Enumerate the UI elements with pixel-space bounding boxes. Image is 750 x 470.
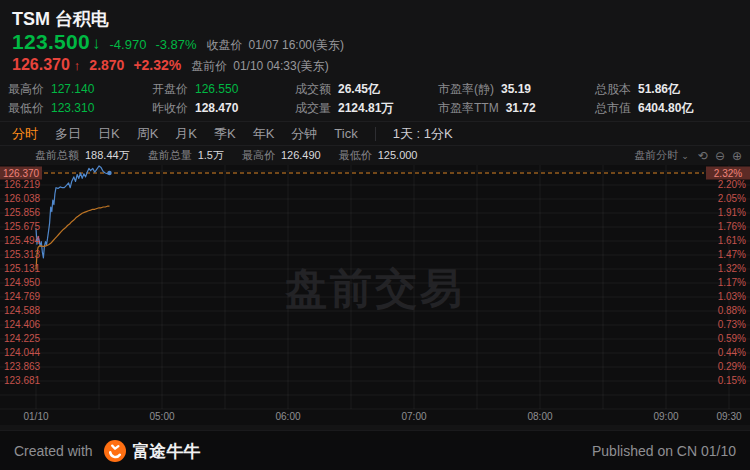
chart-info-label: 最高价: [242, 149, 275, 161]
chart-info-value: 126.490: [281, 149, 321, 161]
svg-text:123.681: 123.681: [4, 375, 41, 386]
stat-value: 6404.80亿: [638, 99, 693, 118]
stat-value: 35.19: [501, 80, 531, 99]
premarket-intraday-chart[interactable]: 盘前交易126.219126.038125.856125.675125.4941…: [0, 165, 750, 425]
footer: Created with 富途牛牛 Published on CN 01/10: [0, 430, 750, 470]
close-change-pct: -3.87%: [155, 37, 196, 52]
view-selector-dropdown[interactable]: 盘前分时⌄: [634, 148, 689, 163]
premarket-watermark: 盘前交易: [284, 265, 465, 312]
chart-view-controls: 盘前分时⌄ ⟲⊖⊕: [634, 148, 742, 163]
svg-text:125.675: 125.675: [4, 221, 41, 232]
svg-text:1.03%: 1.03%: [718, 291, 746, 302]
futu-stock-quote-page: TSM 台积电 123.500 ↓ -4.970 -3.87% 收盘价 01/0…: [0, 0, 750, 470]
tab-周K[interactable]: 周K: [137, 125, 159, 143]
down-arrow-icon: ↓: [92, 34, 101, 54]
svg-text:0.59%: 0.59%: [718, 333, 746, 344]
stat-row: 成交额 26.45亿: [295, 80, 438, 99]
stat-label: 总股本: [595, 80, 631, 99]
stat-value: 2124.81万: [338, 99, 393, 118]
stat-label: 成交量: [295, 99, 331, 118]
tab-月K[interactable]: 月K: [175, 125, 197, 143]
chart-info-value: 1.5万: [198, 149, 224, 161]
svg-text:0.44%: 0.44%: [718, 347, 746, 358]
svg-text:124.769: 124.769: [4, 291, 41, 302]
premarket-label: 盘前价: [191, 58, 227, 75]
brand-name: 富途牛牛: [133, 440, 201, 463]
stat-value: 123.310: [51, 99, 94, 118]
tab-分时[interactable]: 分时: [12, 125, 38, 143]
svg-text:1.47%: 1.47%: [718, 249, 746, 260]
view-selector-label: 盘前分时: [634, 149, 678, 161]
svg-text:2.20%: 2.20%: [718, 179, 746, 190]
chart-info-items: 盘前总额188.44万 盘前总量1.5万 最高价126.490 最低价125.0…: [35, 148, 435, 163]
premarket-quote-row: 126.370 ↑ 2.870 +2.32% 盘前价 01/10 04:33(美…: [12, 56, 329, 75]
chart-tab-bar: 分时多日日K周K月K季K年K分钟Tick1天 : 1分K: [0, 121, 750, 146]
svg-text:05:00: 05:00: [149, 411, 174, 422]
svg-text:124.406: 124.406: [4, 319, 41, 330]
chart-info-label: 盘前总量: [148, 149, 192, 161]
stat-row: 总股本 51.86亿: [595, 80, 750, 99]
zoom-in-icon[interactable]: ⊕: [732, 149, 742, 163]
stat-label: 市盈率(静): [438, 80, 494, 99]
reset-zoom-icon[interactable]: ⟲: [698, 149, 708, 163]
stat-row: 总市值 6404.80亿: [595, 99, 750, 118]
last-price-dot: [107, 171, 111, 175]
svg-text:06:00: 06:00: [275, 411, 300, 422]
stat-label: 昨收价: [152, 99, 188, 118]
chart-info-label: 盘前总额: [35, 149, 79, 161]
stat-value: 126.550: [195, 80, 238, 99]
stat-value: 31.72: [506, 99, 536, 118]
tab-年K[interactable]: 年K: [253, 125, 275, 143]
stat-column: 总股本 51.86亿 总市值 6404.80亿: [595, 80, 750, 118]
chart-info-value: 188.44万: [85, 149, 130, 161]
svg-text:1.32%: 1.32%: [718, 263, 746, 274]
time-axis: 01/1005:0006:0007:0008:0009:0009:30: [23, 411, 741, 422]
price-axis: 126.219126.038125.856125.675125.494125.3…: [4, 179, 41, 386]
svg-text:1.17%: 1.17%: [718, 277, 746, 288]
stat-value: 127.140: [51, 80, 94, 99]
svg-text:0.88%: 0.88%: [718, 305, 746, 316]
chart-info-item: 盘前总量1.5万: [148, 148, 224, 163]
stat-label: 总市值: [595, 99, 631, 118]
created-with-label: Created with: [14, 443, 93, 459]
svg-text:125.313: 125.313: [4, 249, 41, 260]
svg-text:123.863: 123.863: [4, 361, 41, 372]
stock-title: TSM 台积电: [12, 7, 109, 31]
svg-text:126.370: 126.370: [3, 168, 40, 179]
stat-label: 开盘价: [152, 80, 188, 99]
svg-text:124.588: 124.588: [4, 305, 41, 316]
stat-value: 51.86亿: [638, 80, 680, 99]
tab-分钟[interactable]: 分钟: [291, 125, 317, 143]
svg-text:126.038: 126.038: [4, 193, 41, 204]
chevron-down-icon: ⌄: [681, 151, 689, 161]
stat-column: 成交额 26.45亿 成交量 2124.81万: [295, 80, 438, 118]
tab-Tick[interactable]: Tick: [334, 126, 357, 141]
stat-row: 最低价 123.310: [8, 99, 152, 118]
close-price: 123.500: [12, 30, 90, 54]
tab-日K[interactable]: 日K: [98, 125, 120, 143]
zoom-out-icon[interactable]: ⊖: [715, 149, 725, 163]
svg-text:124.950: 124.950: [4, 277, 41, 288]
period-selector[interactable]: 1天 : 1分K: [393, 125, 453, 143]
svg-text:125.856: 125.856: [4, 207, 41, 218]
svg-text:124.225: 124.225: [4, 333, 41, 344]
svg-text:124.044: 124.044: [4, 347, 41, 358]
chart-info-value: 125.000: [378, 149, 418, 161]
svg-text:2.32%: 2.32%: [714, 168, 742, 179]
svg-text:09:00: 09:00: [653, 411, 678, 422]
premarket-price: 126.370: [12, 56, 70, 74]
up-arrow-icon: ↑: [74, 58, 81, 73]
svg-text:0.73%: 0.73%: [718, 319, 746, 330]
stat-column: 最高价 127.140 最低价 123.310: [8, 80, 152, 118]
svg-text:07:00: 07:00: [401, 411, 426, 422]
tab-多日[interactable]: 多日: [55, 125, 81, 143]
stat-row: 市盈率(静) 35.19: [438, 80, 595, 99]
chart-info-item: 最高价126.490: [242, 148, 321, 163]
stat-column: 开盘价 126.550 昨收价 128.470: [152, 80, 295, 118]
tab-季K[interactable]: 季K: [214, 125, 236, 143]
close-change: -4.970: [110, 37, 147, 52]
svg-text:125.494: 125.494: [4, 235, 41, 246]
svg-text:2.05%: 2.05%: [718, 193, 746, 204]
close-time: 01/07 16:00(美东): [249, 37, 344, 54]
svg-text:0.29%: 0.29%: [718, 361, 746, 372]
